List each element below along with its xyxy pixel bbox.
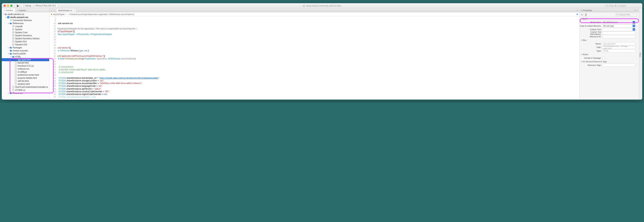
svg-line-6 [617,15,618,15]
panel-icon: ▢ [580,9,582,12]
minimize-icon[interactable] [7,5,9,7]
file-icon [4,13,7,16]
build-action-select[interactable]: BundleResource [602,21,636,24]
file-icon [7,16,10,19]
tree-ref-System.Core[interactable]: System.Core [2,31,49,34]
tree-file-sdk-list-html[interactable]: sdk-list.html [2,79,49,82]
path-field: /Users/williamdew…ML/age-gate.html [602,46,636,49]
solution-tree[interactable]: ▾otsdk.xamarin.ios▾otsdk.xamarin.iosConn… [2,12,49,100]
file-icon [14,62,17,64]
package-icon [12,31,14,34]
file-icon [14,80,17,82]
section-tags[interactable]: ▾On-Demand Resource Tags [580,60,639,63]
custom-tool-ns-input[interactable] [602,32,636,35]
build-config-selector[interactable]: ▢ Debug › ▢ iPhone 8 Plus iOS 15.5 [21,4,58,8]
file-icon [9,19,12,22]
auto-hide-icon[interactable]: ⇱ [634,9,636,12]
file-icon [12,86,14,88]
tab-overflow-icon[interactable]: ▾ [577,9,578,12]
name-field: age-gate.html [602,42,636,45]
close-panel-icon[interactable]: × [637,9,638,12]
type-field: HTML [602,50,636,53]
folder-icon [9,46,12,49]
run-button[interactable] [17,5,19,7]
file-icon [14,83,17,85]
file-icon [12,89,14,91]
svg-point-5 [616,14,617,15]
tree-file-onetrust-css[interactable]: onetrust.css [2,67,49,70]
editor-breadcrumb[interactable]: ◆AppDelegate ▸ ▫FinishedLaunching(UIAppl… [49,12,579,16]
tree-solution-root[interactable]: ▾otsdk.xamarin.ios [2,13,49,16]
panel-title: Properties [583,9,634,12]
nav-back-button[interactable]: ‹ [49,9,53,12]
tab-classes[interactable]: ◇ Classes [15,9,28,12]
file-icon [14,65,17,67]
tree-ref-System.Numerics.Vectors[interactable]: System.Numerics.Vectors [2,37,49,40]
tree-file-preference-center-html[interactable]: preference-center.html [2,73,49,76]
tree-ref-System.Numerics[interactable]: System.Numerics [2,34,49,37]
document-tabs: ‹ › AppDelegate.cs× ▾ [49,9,579,12]
svg-rect-2 [7,16,10,18]
property-filter-input[interactable]: Property Filter [615,13,638,16]
resource-tags-input[interactable] [602,64,636,67]
close-tab-icon[interactable]: × [74,9,75,11]
package-icon [12,40,14,43]
svg-point-0 [606,5,608,6]
svg-point-3 [10,20,11,21]
tree-project[interactable]: ▾otsdk.xamarin.ios [2,16,49,19]
tree-ref-Xamarin.iOS[interactable]: Xamarin.iOS [2,43,49,46]
tree-resources[interactable]: ▸Resources [2,92,49,95]
code-editor[interactable]: 1910111213141516171819202122232425262728… [49,16,579,100]
file-icon [14,59,17,61]
package-icon [12,37,14,40]
tree-onetrustsdk[interactable]: ▾OneTrustSDK [2,52,49,55]
tree-file-purpose-details-html[interactable]: purpose-details.html [2,76,49,79]
copy-output-select[interactable]: Do not copy [602,25,636,28]
package-icon [12,25,14,28]
file-icon [14,74,17,76]
section-build[interactable]: ▾Build [580,17,639,21]
tests-tab[interactable]: Tests [639,9,642,100]
tree-file-age-gate-html[interactable]: age-gate.html [2,58,49,61]
tree-connected-services[interactable]: Connected Services [2,19,49,22]
breadcrumb-method[interactable]: FinishedLaunching(UIApplication applicat… [70,13,134,15]
package-icon [12,28,14,31]
tree-ref-System[interactable]: System [2,28,49,31]
include-package-checkbox[interactable] [602,57,605,59]
zoom-icon[interactable] [10,5,12,7]
sort-alpha-button[interactable]: a.z [581,14,583,16]
resource-id-input[interactable] [602,35,636,38]
nav-forward-button[interactable]: › [53,9,56,12]
global-search-input[interactable]: Press '⌘.' to search [605,4,640,8]
svg-line-1 [607,6,608,7]
titlebar: ▢ Debug › ▢ iPhone 8 Plus iOS 15.5 Visua… [2,3,642,9]
file-icon [14,71,17,73]
tree-references[interactable]: ▾References [2,22,49,25]
tree-otsdk-cs[interactable]: OTSDK.cs [2,89,49,92]
tree-file-knockout-3-5-1-js[interactable]: knockout-3.5.1.js [2,64,49,67]
tree-ref-System.Xml[interactable]: System.Xml [2,40,49,43]
tree-file-vendors-html[interactable]: vendors.html [2,82,49,86]
breadcrumb-class[interactable]: AppDelegate [53,13,65,15]
tree-assets[interactable]: Assets.xcassets [2,49,49,52]
sort-category-button[interactable]: ▤ [585,13,586,16]
tab-appdelegate[interactable]: AppDelegate.cs× [56,9,76,12]
properties-panel: ▢ Properties ⇱ × a.z ▤ Property Filter ▾… [579,9,639,100]
package-icon [12,43,14,46]
svg-point-4 [11,19,12,20]
section-nuget[interactable]: ▾NuGet [580,53,639,56]
tree-html-folder[interactable]: ▾HTML [2,55,49,58]
tree-file-ot-utility-js[interactable]: ot-utility.js [2,70,49,73]
solution-panel: ▢ Solution ◇ Classes ▾otsdk.xamarin.ios▾… [2,9,49,100]
tab-solution[interactable]: ▢ Solution [2,9,15,12]
section-misc[interactable]: ▾Misc [580,38,639,42]
close-icon[interactable] [4,5,6,7]
tree-otcontent[interactable]: OneTrustContentViewController.cs [2,86,49,89]
tree-ref-cmpsdk[interactable]: cmpsdk [2,25,49,28]
custom-tool-input[interactable] [602,28,636,31]
tree-file-banner-html[interactable]: banner.html [2,61,49,64]
folder-icon [12,56,14,58]
tree-packages[interactable]: ▸Packages [2,46,49,49]
folder-icon [9,53,12,55]
file-icon [14,68,17,70]
